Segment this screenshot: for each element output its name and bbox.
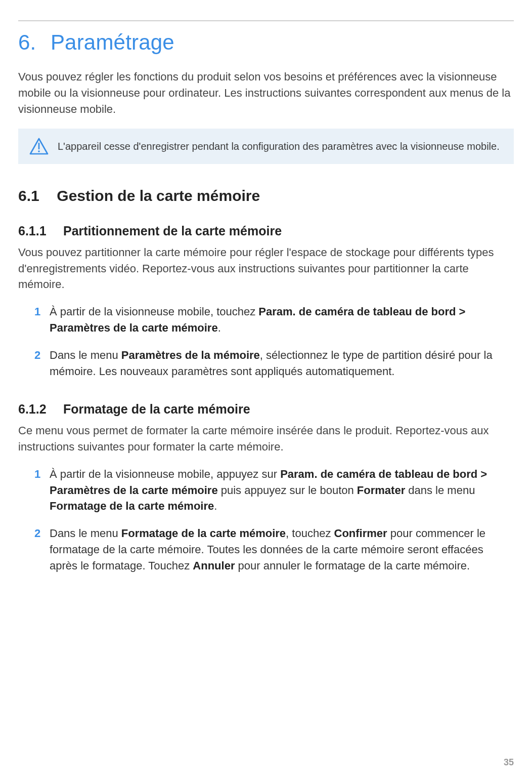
step-text-part: . bbox=[214, 500, 217, 512]
step-number: 2 bbox=[34, 347, 40, 363]
subsection-6-1-2-steps: 1 À partir de la visionneuse mobile, app… bbox=[18, 466, 514, 574]
step-bold: Annuler bbox=[193, 559, 235, 572]
page-number: 35 bbox=[504, 757, 514, 768]
step-bold: > bbox=[456, 305, 465, 318]
step-bold: Paramètres de la carte mémoire bbox=[50, 484, 218, 497]
chapter-title: Paramétrage bbox=[51, 30, 174, 54]
caution-text: L'appareil cesse d'enregistrer pendant l… bbox=[58, 139, 500, 153]
section-6-1-heading: 6.1 Gestion de la carte mémoire bbox=[18, 187, 514, 204]
step-bold: Param. de caméra de tableau de bord bbox=[258, 305, 456, 318]
chapter-heading: 6. Paramétrage bbox=[18, 30, 514, 55]
subsection-number: 6.1.2 bbox=[18, 402, 60, 417]
step-text-part: Dans le menu bbox=[50, 349, 121, 361]
step-text-part: Dans le menu bbox=[50, 527, 121, 540]
subsection-6-1-1-para: Vous pouvez partitionner la carte mémoir… bbox=[18, 244, 514, 293]
document-page: 6. Paramétrage Vous pouvez régler les fo… bbox=[0, 0, 532, 780]
step-number: 2 bbox=[34, 525, 40, 542]
step-bold: Paramètres de la carte mémoire bbox=[50, 321, 218, 334]
caution-triangle-icon bbox=[29, 138, 49, 155]
subsection-title: Partitionnement de la carte mémoire bbox=[63, 224, 282, 238]
step-text-part: À partir de la visionneuse mobile, touch… bbox=[50, 305, 258, 318]
step-bold: Paramètres de la mémoire bbox=[121, 349, 260, 361]
step-text-part: À partir de la visionneuse mobile, appuy… bbox=[50, 468, 280, 480]
step-text-part: dans le menu bbox=[405, 484, 475, 497]
step-item: 1 À partir de la visionneuse mobile, app… bbox=[34, 466, 514, 515]
subsection-number: 6.1.1 bbox=[18, 224, 60, 238]
step-number: 1 bbox=[34, 466, 40, 482]
step-bold: Formatage de la carte mémoire bbox=[50, 500, 214, 512]
subsection-6-1-2-heading: 6.1.2 Formatage de la carte mémoire bbox=[18, 402, 514, 417]
section-title: Gestion de la carte mémoire bbox=[57, 187, 260, 204]
subsection-6-1-1-steps: 1 À partir de la visionneuse mobile, tou… bbox=[18, 304, 514, 380]
step-text-part: puis appuyez sur le bouton bbox=[218, 484, 357, 497]
step-bold: > bbox=[477, 468, 487, 480]
caution-box: L'appareil cesse d'enregistrer pendant l… bbox=[18, 129, 514, 164]
step-item: 2 Dans le menu Paramètres de la mémoire,… bbox=[34, 347, 514, 380]
chapter-number: 6. bbox=[18, 30, 45, 55]
step-text-part: . bbox=[218, 321, 221, 334]
step-number: 1 bbox=[34, 304, 40, 320]
subsection-6-1-1-heading: 6.1.1 Partitionnement de la carte mémoir… bbox=[18, 224, 514, 238]
step-item: 1 À partir de la visionneuse mobile, tou… bbox=[34, 304, 514, 336]
step-bold: Formatage de la carte mémoire bbox=[121, 527, 286, 540]
intro-paragraph: Vous pouvez régler les fonctions du prod… bbox=[18, 69, 514, 117]
section-number: 6.1 bbox=[18, 187, 53, 204]
subsection-title: Formatage de la carte mémoire bbox=[63, 402, 250, 416]
step-item: 2 Dans le menu Formatage de la carte mém… bbox=[34, 525, 514, 574]
step-text-part: , touchez bbox=[286, 527, 334, 540]
svg-point-1 bbox=[38, 150, 40, 152]
subsection-6-1-2-para: Ce menu vous permet de formater la carte… bbox=[18, 423, 514, 455]
step-bold: Param. de caméra de tableau de bord bbox=[280, 468, 477, 480]
step-bold: Formater bbox=[357, 484, 405, 497]
step-bold: Confirmer bbox=[334, 527, 387, 540]
step-text-part: pour annuler le formatage de la carte mé… bbox=[235, 559, 470, 572]
top-border bbox=[18, 20, 514, 21]
